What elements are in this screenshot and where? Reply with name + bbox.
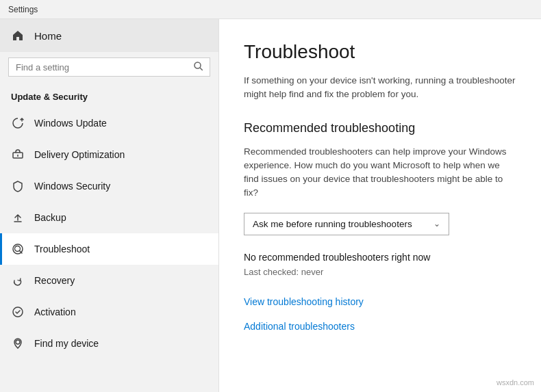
delivery-optimization-label: Delivery Optimization <box>34 149 125 160</box>
watermark: wsxdn.com <box>496 378 534 387</box>
page-title: Troubleshoot <box>244 41 516 63</box>
troubleshoot-icon <box>11 242 25 256</box>
windows-update-icon <box>11 116 25 130</box>
find-my-device-label: Find my device <box>34 338 99 349</box>
search-input[interactable] <box>16 62 188 73</box>
view-history-link[interactable]: View troubleshooting history <box>244 296 516 307</box>
recommended-description: Recommended troubleshooters can help imp… <box>244 145 516 200</box>
sidebar-item-windows-update[interactable]: Windows Update <box>0 107 218 139</box>
activation-label: Activation <box>34 306 76 317</box>
windows-security-icon <box>11 179 25 193</box>
app-title: Settings <box>8 5 38 14</box>
sidebar-item-find-my-device[interactable]: Find my device <box>0 328 218 359</box>
sidebar-item-backup[interactable]: Backup <box>0 202 218 233</box>
svg-point-9 <box>16 340 20 344</box>
delivery-optimization-icon <box>11 148 25 161</box>
no-troubleshooters-text: No recommended troubleshooters right now <box>244 252 516 263</box>
home-label: Home <box>34 30 62 42</box>
chevron-down-icon: ⌄ <box>433 219 440 228</box>
windows-security-label: Windows Security <box>34 181 110 192</box>
recommended-troubleshooting-title: Recommended troubleshooting <box>244 121 516 135</box>
dropdown-selected-value: Ask me before running troubleshooters <box>253 219 412 229</box>
recovery-label: Recovery <box>34 275 75 286</box>
svg-point-0 <box>194 62 201 68</box>
windows-update-label: Windows Update <box>34 118 107 129</box>
svg-line-1 <box>200 68 203 70</box>
search-box[interactable] <box>8 57 210 77</box>
troubleshoot-label: Troubleshoot <box>34 244 90 254</box>
search-icon <box>194 62 203 73</box>
main-layout: Home Update & Security <box>0 19 541 392</box>
recovery-icon <box>11 274 25 287</box>
sidebar-item-troubleshoot[interactable]: Troubleshoot <box>0 233 218 265</box>
title-bar: Settings <box>0 0 541 19</box>
sidebar: Home Update & Security <box>0 19 219 392</box>
find-my-device-icon <box>11 337 25 350</box>
content-area: Troubleshoot If something on your device… <box>219 19 541 392</box>
backup-icon <box>11 211 25 224</box>
home-icon <box>11 29 25 42</box>
sidebar-item-activation[interactable]: Activation <box>0 296 218 328</box>
last-checked-text: Last checked: never <box>244 267 516 277</box>
sidebar-item-recovery[interactable]: Recovery <box>0 265 218 296</box>
backup-label: Backup <box>34 212 66 223</box>
activation-icon <box>11 305 25 319</box>
svg-point-7 <box>15 246 21 252</box>
section-label: Update & Security <box>0 82 218 107</box>
nav-list: Windows Update Delivery Optimization <box>0 107 218 359</box>
sidebar-item-windows-security[interactable]: Windows Security <box>0 170 218 202</box>
sidebar-item-home[interactable]: Home <box>0 19 218 52</box>
page-description: If something on your device isn't workin… <box>244 74 516 102</box>
troubleshooter-dropdown[interactable]: Ask me before running troubleshooters ⌄ <box>244 213 449 235</box>
additional-troubleshooters-link[interactable]: Additional troubleshooters <box>244 321 516 332</box>
sidebar-item-delivery-optimization[interactable]: Delivery Optimization <box>0 139 218 170</box>
